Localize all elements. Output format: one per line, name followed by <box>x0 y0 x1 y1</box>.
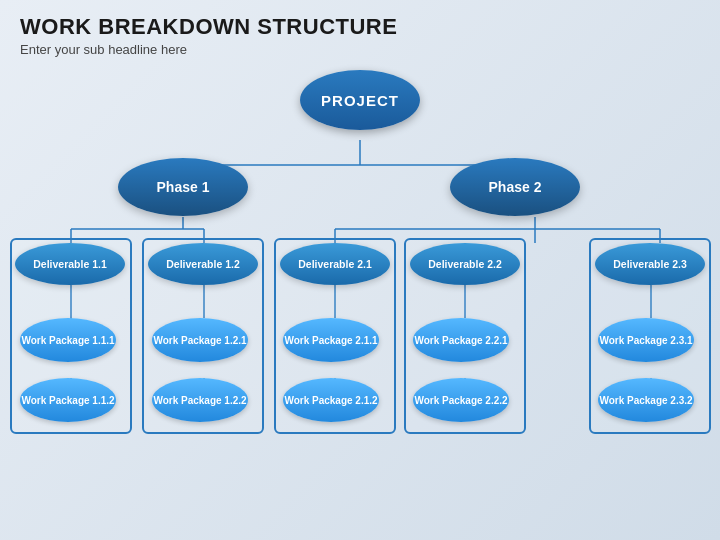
node-wp221: Work Package 2.2.1 <box>413 318 509 362</box>
node-phase1: Phase 1 <box>118 158 248 216</box>
node-wp121: Work Package 1.2.1 <box>152 318 248 362</box>
node-phase2: Phase 2 <box>450 158 580 216</box>
node-del21: Deliverable 2.1 <box>280 243 390 285</box>
node-wp211: Work Package 2.1.1 <box>283 318 379 362</box>
header: WORK BREAKDOWN STRUCTURE Enter your sub … <box>0 0 720 61</box>
node-wp232: Work Package 2.3.2 <box>598 378 694 422</box>
page-subtitle: Enter your sub headline here <box>20 42 700 57</box>
node-del11: Deliverable 1.1 <box>15 243 125 285</box>
node-wp231: Work Package 2.3.1 <box>598 318 694 362</box>
page-title: WORK BREAKDOWN STRUCTURE <box>20 14 700 40</box>
node-wp111: Work Package 1.1.1 <box>20 318 116 362</box>
node-wp122: Work Package 1.2.2 <box>152 378 248 422</box>
diagram: PROJECT Phase 1 Phase 2 Deliverable 1.1 … <box>0 60 720 540</box>
node-del12: Deliverable 1.2 <box>148 243 258 285</box>
node-del23: Deliverable 2.3 <box>595 243 705 285</box>
node-del22: Deliverable 2.2 <box>410 243 520 285</box>
node-wp112: Work Package 1.1.2 <box>20 378 116 422</box>
node-wp222: Work Package 2.2.2 <box>413 378 509 422</box>
node-project: PROJECT <box>300 70 420 130</box>
node-wp212: Work Package 2.1.2 <box>283 378 379 422</box>
